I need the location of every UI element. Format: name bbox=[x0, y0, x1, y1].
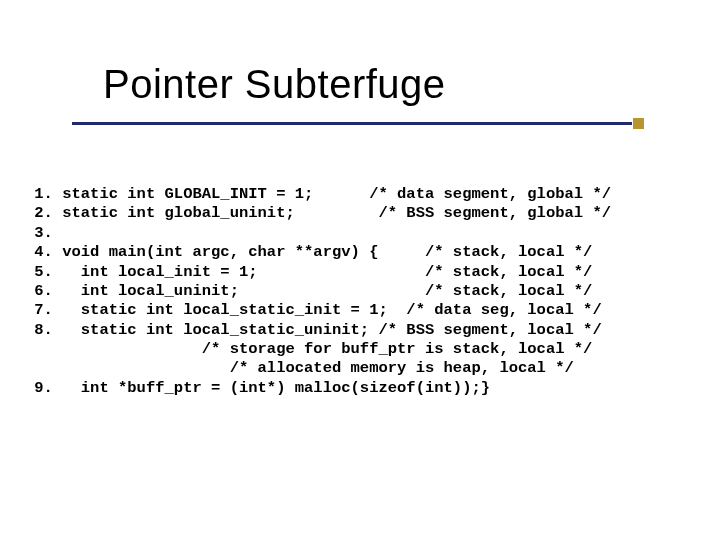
slide: Pointer Subterfuge 1. static int GLOBAL_… bbox=[0, 0, 720, 540]
title-underline bbox=[72, 122, 632, 125]
slide-title: Pointer Subterfuge bbox=[103, 62, 446, 107]
code-block: 1. static int GLOBAL_INIT = 1; /* data s… bbox=[25, 185, 611, 398]
